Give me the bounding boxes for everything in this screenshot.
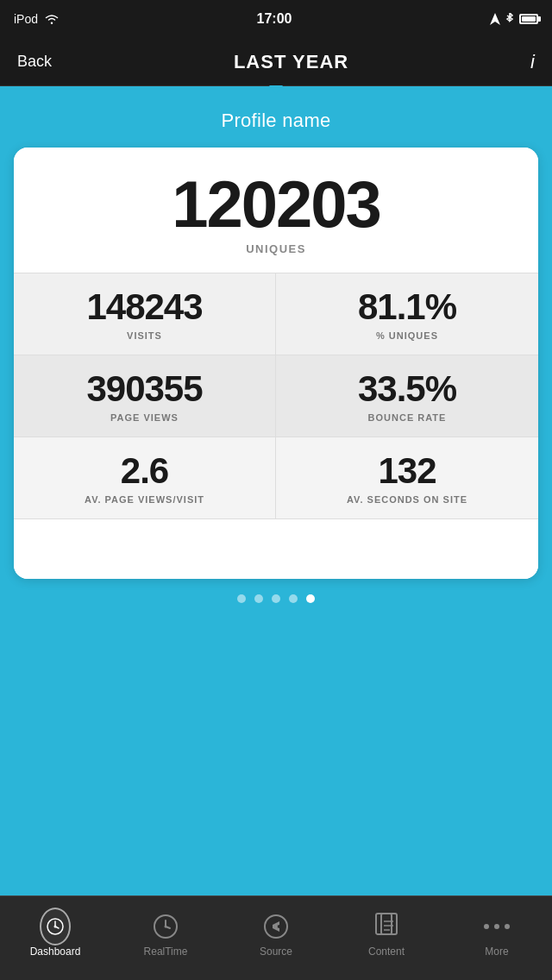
document-icon — [374, 913, 398, 940]
dot-2 — [254, 594, 263, 603]
tab-more[interactable]: More — [442, 896, 552, 980]
tab-source-label: Source — [260, 945, 292, 958]
tab-source[interactable]: Source — [221, 896, 331, 980]
visits-value: 148243 — [22, 289, 267, 325]
av-seconds-label: AV. SECONDS ON SITE — [285, 494, 530, 505]
tab-more-label: More — [485, 945, 508, 958]
location-icon — [490, 13, 500, 25]
svg-rect-12 — [376, 914, 392, 934]
page-views-value: 390355 — [22, 371, 267, 407]
page-views-cell: 390355 PAGE VIEWS — [14, 355, 276, 437]
percent-uniques-label: % UNIQUES — [285, 330, 530, 341]
tab-content-label: Content — [368, 945, 405, 958]
battery-icon — [519, 14, 538, 24]
svg-point-11 — [274, 925, 278, 928]
bluetooth-icon — [505, 13, 514, 25]
av-page-views-label: AV. PAGE VIEWS/VISIT — [22, 494, 267, 505]
dots-icon — [483, 921, 511, 932]
dashboard-icon-container — [40, 911, 71, 942]
content-icon-container — [371, 911, 402, 942]
dashboard-icon-circle — [40, 908, 71, 945]
av-seconds-cell: 132 AV. SECONDS ON SITE — [276, 437, 538, 518]
source-icon-container — [260, 911, 292, 942]
uniques-value: 120203 — [31, 172, 521, 237]
uniques-label: UNIQUES — [31, 242, 521, 255]
dot-4 — [289, 594, 298, 603]
status-time: 17:00 — [257, 11, 292, 27]
svg-marker-0 — [490, 13, 500, 25]
svg-point-17 — [484, 924, 489, 929]
dot-5 — [306, 594, 315, 603]
tab-realtime[interactable]: RealTime — [110, 896, 221, 980]
compass-icon — [262, 913, 290, 940]
tab-realtime-label: RealTime — [144, 945, 188, 958]
svg-point-18 — [494, 924, 499, 929]
stats-grid: 148243 VISITS 81.1% % UNIQUES 390355 PAG… — [14, 273, 538, 518]
av-page-views-value: 2.6 — [22, 453, 267, 489]
bounce-rate-value: 33.5% — [285, 371, 530, 407]
visits-label: VISITS — [22, 330, 267, 341]
tab-dashboard[interactable]: Dashboard — [0, 896, 110, 980]
svg-point-4 — [54, 925, 57, 927]
bounce-rate-cell: 33.5% BOUNCE RATE — [276, 355, 538, 437]
profile-section: Profile name — [0, 94, 552, 144]
main-card: 120203 UNIQUES 148243 VISITS 81.1% % UNI… — [14, 148, 538, 579]
bounce-rate-label: BOUNCE RATE — [285, 412, 530, 423]
info-button[interactable]: i — [530, 51, 535, 73]
nav-arrow — [0, 85, 552, 94]
visits-cell: 148243 VISITS — [14, 273, 276, 355]
av-page-views-cell: 2.6 AV. PAGE VIEWS/VISIT — [14, 437, 276, 518]
percent-uniques-cell: 81.1% % UNIQUES — [276, 273, 538, 355]
status-right — [490, 13, 538, 25]
back-button[interactable]: Back — [17, 53, 52, 71]
page-views-label: PAGE VIEWS — [22, 412, 267, 423]
dot-1 — [237, 594, 246, 603]
uniques-section: 120203 UNIQUES — [14, 148, 538, 273]
tab-bar: Dashboard RealTime Source — [0, 895, 552, 980]
svg-point-19 — [505, 924, 510, 929]
device-label: iPod — [14, 12, 38, 26]
status-bar: iPod 17:00 — [0, 0, 552, 38]
av-seconds-value: 132 — [285, 453, 530, 489]
dot-3 — [272, 594, 280, 603]
wifi-icon — [45, 14, 59, 24]
nav-bar: Back LAST YEAR i — [0, 38, 552, 86]
svg-point-8 — [165, 925, 167, 927]
percent-uniques-value: 81.1% — [285, 289, 530, 325]
realtime-icon-container — [150, 911, 181, 942]
status-left: iPod — [14, 12, 59, 26]
chart-area — [14, 518, 538, 579]
clock-icon — [152, 913, 179, 940]
nav-title: LAST YEAR — [234, 51, 348, 73]
dashboard-icon — [46, 917, 65, 936]
svg-rect-13 — [381, 914, 397, 934]
more-icon-container — [481, 911, 512, 942]
profile-name[interactable]: Profile name — [221, 110, 330, 131]
tab-dashboard-label: Dashboard — [30, 945, 81, 958]
page-indicators — [0, 579, 552, 615]
tab-content[interactable]: Content — [331, 896, 442, 980]
